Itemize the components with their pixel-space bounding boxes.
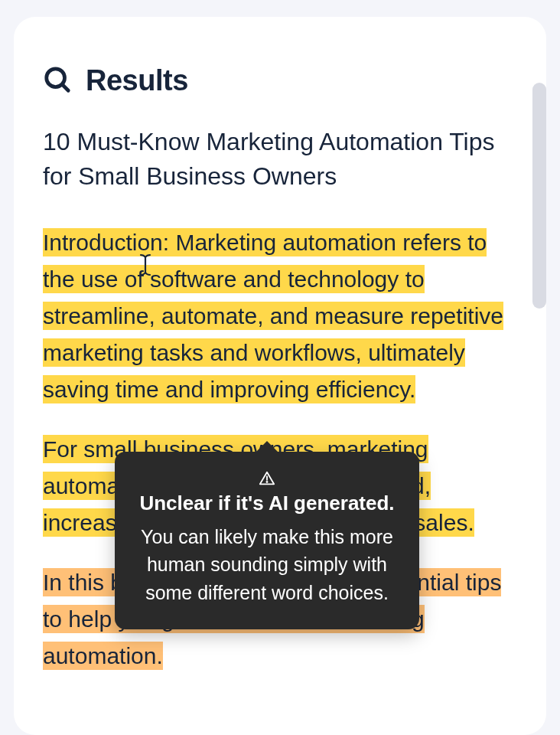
highlight-yellow[interactable]: Introduction: Marketing automation refer… [43, 228, 503, 403]
tooltip-body: You can likely make this more human soun… [138, 523, 396, 606]
results-heading: Results [86, 64, 188, 97]
article-title: 10 Must-Know Marketing Automation Tips f… [43, 125, 517, 194]
scrollbar-thumb[interactable] [532, 83, 546, 309]
svg-point-3 [266, 482, 267, 482]
results-header: Results [43, 64, 517, 97]
ai-detection-tooltip: Unclear if it's AI generated. You can li… [115, 452, 419, 629]
warning-icon [259, 470, 275, 490]
tooltip-title: Unclear if it's AI generated. [138, 490, 396, 517]
search-icon [43, 65, 72, 97]
paragraph: Introduction: Marketing automation refer… [43, 224, 517, 408]
svg-line-1 [62, 84, 68, 90]
